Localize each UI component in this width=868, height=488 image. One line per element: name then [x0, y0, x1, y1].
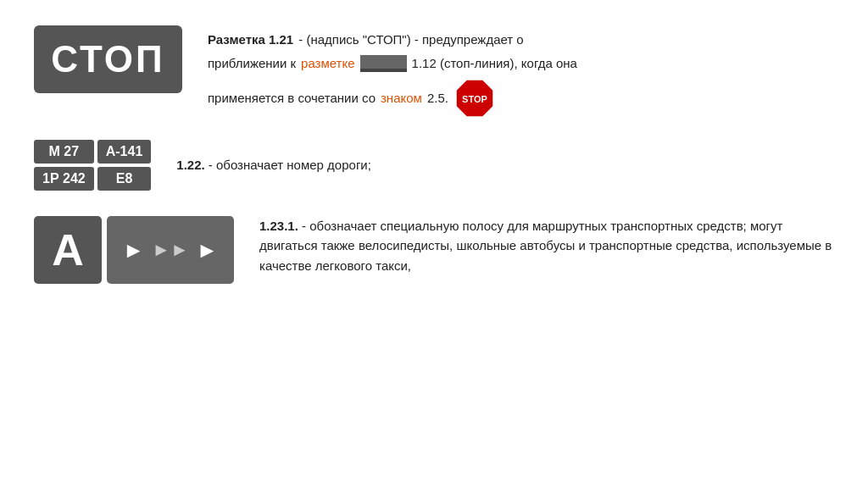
- text-bus-lane: - обозначает специальную полосу для марш…: [259, 219, 832, 273]
- bus-lane-a-letter: А: [34, 216, 102, 284]
- bus-lane-sign: А ► ►► ►: [34, 216, 234, 284]
- bus-lane-arrows: ► ►► ►: [107, 216, 234, 284]
- badge-m27: М 27: [34, 140, 94, 164]
- section-3-row: А ► ►► ► 1.23.1. - обозначает специальну…: [34, 216, 834, 284]
- text-approaching: приближении к: [208, 53, 296, 74]
- stop-octagon-sign: STOP: [453, 77, 496, 119]
- section-2-row: М 27 А-141 1Р 242 Е8 1.22. - обозначает …: [34, 140, 834, 191]
- text-1-12: 1.12 (стоп-линия), когда она: [412, 53, 577, 74]
- text-road-number: - обозначает номер дороги;: [209, 158, 371, 172]
- text-2-5: 2.5.: [427, 88, 448, 108]
- stop-line-image: [360, 55, 407, 72]
- badge-1r242: 1Р 242: [34, 167, 94, 191]
- section-2-text: 1.22. - обозначает номер дороги;: [176, 155, 834, 175]
- stop-sign-text: СТОП: [51, 38, 164, 80]
- section-1-text: Разметка 1.21 - (надпись "СТОП") - преду…: [208, 25, 834, 123]
- stop-marking-sign: СТОП: [34, 25, 182, 93]
- znak-link[interactable]: знаком: [381, 88, 422, 108]
- text-line-1: Разметка 1.21 - (надпись "СТОП") - преду…: [208, 30, 834, 50]
- arrow-double: ►►: [152, 239, 189, 261]
- section-1-row: СТОП Разметка 1.21 - (надпись "СТОП") - …: [34, 25, 834, 123]
- text-apply-prefix: применяется в сочетании со: [208, 88, 376, 108]
- svg-text:STOP: STOP: [462, 94, 487, 104]
- badge-a141: А-141: [97, 140, 152, 164]
- road-number-sign: М 27 А-141 1Р 242 Е8: [34, 140, 151, 191]
- label-1-22: 1.22.: [176, 158, 204, 172]
- marking-label: Разметка 1.21: [208, 30, 293, 50]
- text-line-3: применяется в сочетании со знаком 2.5. S…: [208, 77, 834, 119]
- text-part-1: - (надпись "СТОП") - предупреждает о: [298, 30, 524, 50]
- arrow-1: ►: [123, 237, 145, 263]
- text-line-2: приближении к разметке 1.12 (стоп-линия)…: [208, 53, 834, 74]
- arrow-3: ►: [197, 237, 219, 263]
- label-1-23-1: 1.23.1.: [259, 219, 298, 233]
- razmetke-link[interactable]: разметке: [301, 53, 355, 74]
- badge-e8: Е8: [97, 167, 152, 191]
- section-3-text: 1.23.1. - обозначает специальную полосу …: [259, 216, 834, 275]
